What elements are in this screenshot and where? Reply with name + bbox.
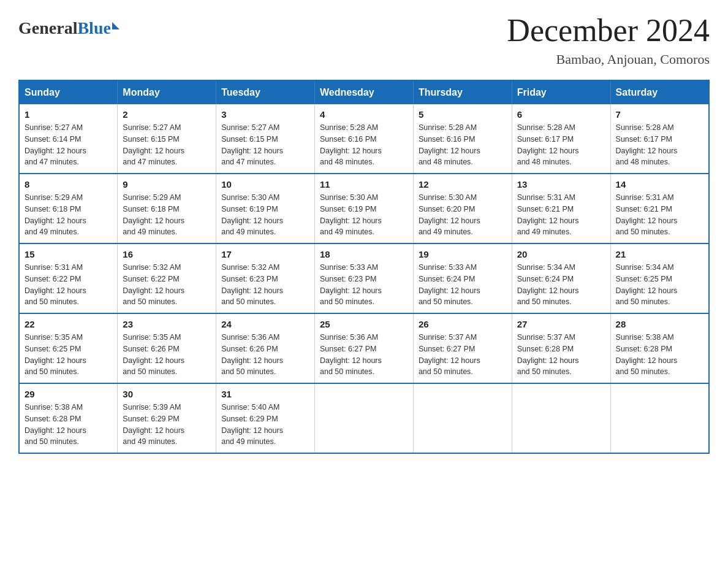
weekday-header-row: SundayMondayTuesdayWednesdayThursdayFrid… — [19, 80, 709, 104]
day-number: 30 — [123, 389, 211, 399]
calendar-cell: 18 Sunrise: 5:33 AM Sunset: 6:23 PM Dayl… — [315, 243, 414, 313]
day-number: 22 — [25, 319, 112, 329]
week-row-1: 1 Sunrise: 5:27 AM Sunset: 6:14 PM Dayli… — [19, 104, 709, 174]
day-info: Sunrise: 5:37 AM Sunset: 6:27 PM Dayligh… — [419, 332, 507, 378]
calendar-cell: 31 Sunrise: 5:40 AM Sunset: 6:29 PM Dayl… — [216, 383, 315, 453]
day-number: 31 — [221, 389, 309, 399]
day-info: Sunrise: 5:35 AM Sunset: 6:26 PM Dayligh… — [123, 332, 211, 378]
day-info: Sunrise: 5:30 AM Sunset: 6:20 PM Dayligh… — [419, 192, 507, 238]
calendar-cell: 13 Sunrise: 5:31 AM Sunset: 6:21 PM Dayl… — [512, 174, 610, 243]
day-info: Sunrise: 5:32 AM Sunset: 6:22 PM Dayligh… — [123, 262, 211, 308]
day-number: 6 — [517, 109, 605, 120]
day-number: 3 — [221, 109, 309, 120]
day-info: Sunrise: 5:38 AM Sunset: 6:28 PM Dayligh… — [25, 402, 112, 448]
day-info: Sunrise: 5:37 AM Sunset: 6:28 PM Dayligh… — [517, 332, 605, 378]
calendar-cell: 9 Sunrise: 5:29 AM Sunset: 6:18 PM Dayli… — [118, 174, 216, 243]
calendar-cell: 15 Sunrise: 5:31 AM Sunset: 6:22 PM Dayl… — [19, 243, 118, 313]
calendar-cell: 20 Sunrise: 5:34 AM Sunset: 6:24 PM Dayl… — [512, 243, 610, 313]
day-number: 4 — [320, 109, 408, 120]
day-number: 17 — [221, 249, 309, 259]
day-number: 28 — [616, 319, 703, 329]
calendar-cell: 14 Sunrise: 5:31 AM Sunset: 6:21 PM Dayl… — [610, 174, 709, 243]
day-number: 18 — [320, 249, 408, 259]
weekday-header-tuesday: Tuesday — [216, 80, 315, 104]
day-number: 7 — [616, 109, 703, 120]
day-number: 2 — [123, 109, 211, 120]
page-header: General Blue December 2024 Bambao, Anjou… — [18, 12, 710, 67]
day-number: 26 — [419, 319, 507, 329]
day-info: Sunrise: 5:31 AM Sunset: 6:21 PM Dayligh… — [517, 192, 605, 238]
calendar-cell: 29 Sunrise: 5:38 AM Sunset: 6:28 PM Dayl… — [19, 383, 118, 453]
week-row-2: 8 Sunrise: 5:29 AM Sunset: 6:18 PM Dayli… — [19, 174, 709, 243]
day-number: 23 — [123, 319, 211, 329]
calendar-cell: 23 Sunrise: 5:35 AM Sunset: 6:26 PM Dayl… — [118, 313, 216, 383]
day-info: Sunrise: 5:27 AM Sunset: 6:15 PM Dayligh… — [123, 122, 211, 168]
day-number: 16 — [123, 249, 211, 259]
calendar-cell: 1 Sunrise: 5:27 AM Sunset: 6:14 PM Dayli… — [19, 104, 118, 174]
week-row-3: 15 Sunrise: 5:31 AM Sunset: 6:22 PM Dayl… — [19, 243, 709, 313]
day-info: Sunrise: 5:30 AM Sunset: 6:19 PM Dayligh… — [320, 192, 408, 238]
calendar-cell: 24 Sunrise: 5:36 AM Sunset: 6:26 PM Dayl… — [216, 313, 315, 383]
calendar-cell: 5 Sunrise: 5:28 AM Sunset: 6:16 PM Dayli… — [413, 104, 512, 174]
day-number: 24 — [221, 319, 309, 329]
calendar-cell: 8 Sunrise: 5:29 AM Sunset: 6:18 PM Dayli… — [19, 174, 118, 243]
week-row-4: 22 Sunrise: 5:35 AM Sunset: 6:25 PM Dayl… — [19, 313, 709, 383]
calendar-cell: 3 Sunrise: 5:27 AM Sunset: 6:15 PM Dayli… — [216, 104, 315, 174]
day-info: Sunrise: 5:35 AM Sunset: 6:25 PM Dayligh… — [25, 332, 112, 378]
calendar-cell: 12 Sunrise: 5:30 AM Sunset: 6:20 PM Dayl… — [413, 174, 512, 243]
calendar-cell: 10 Sunrise: 5:30 AM Sunset: 6:19 PM Dayl… — [216, 174, 315, 243]
calendar-cell: 25 Sunrise: 5:36 AM Sunset: 6:27 PM Dayl… — [315, 313, 414, 383]
day-info: Sunrise: 5:36 AM Sunset: 6:26 PM Dayligh… — [221, 332, 309, 378]
calendar-cell: 7 Sunrise: 5:28 AM Sunset: 6:17 PM Dayli… — [610, 104, 709, 174]
day-number: 29 — [25, 389, 112, 399]
day-number: 21 — [616, 249, 703, 259]
title-area: December 2024 Bambao, Anjouan, Comoros — [507, 12, 710, 67]
weekday-header-monday: Monday — [118, 80, 216, 104]
day-info: Sunrise: 5:27 AM Sunset: 6:14 PM Dayligh… — [25, 122, 112, 168]
day-info: Sunrise: 5:40 AM Sunset: 6:29 PM Dayligh… — [221, 402, 309, 448]
weekday-header-friday: Friday — [512, 80, 610, 104]
day-number: 5 — [419, 109, 507, 120]
day-info: Sunrise: 5:30 AM Sunset: 6:19 PM Dayligh… — [221, 192, 309, 238]
calendar-cell: 4 Sunrise: 5:28 AM Sunset: 6:16 PM Dayli… — [315, 104, 414, 174]
day-info: Sunrise: 5:28 AM Sunset: 6:16 PM Dayligh… — [320, 122, 408, 168]
day-info: Sunrise: 5:33 AM Sunset: 6:23 PM Dayligh… — [320, 262, 408, 308]
day-info: Sunrise: 5:29 AM Sunset: 6:18 PM Dayligh… — [25, 192, 112, 238]
day-number: 19 — [419, 249, 507, 259]
day-info: Sunrise: 5:34 AM Sunset: 6:25 PM Dayligh… — [616, 262, 703, 308]
day-number: 9 — [123, 179, 211, 190]
calendar-table: SundayMondayTuesdayWednesdayThursdayFrid… — [18, 80, 710, 454]
calendar-cell — [610, 383, 709, 453]
day-info: Sunrise: 5:31 AM Sunset: 6:21 PM Dayligh… — [616, 192, 703, 238]
logo: General Blue — [18, 12, 119, 38]
logo-blue-text: Blue — [77, 18, 110, 38]
calendar-cell: 16 Sunrise: 5:32 AM Sunset: 6:22 PM Dayl… — [118, 243, 216, 313]
day-info: Sunrise: 5:28 AM Sunset: 6:16 PM Dayligh… — [419, 122, 507, 168]
page-title: December 2024 — [507, 12, 710, 48]
logo-blue-part: Blue — [77, 18, 119, 38]
calendar-cell: 22 Sunrise: 5:35 AM Sunset: 6:25 PM Dayl… — [19, 313, 118, 383]
day-info: Sunrise: 5:28 AM Sunset: 6:17 PM Dayligh… — [517, 122, 605, 168]
weekday-header-sunday: Sunday — [19, 80, 118, 104]
calendar-cell — [315, 383, 414, 453]
calendar-cell: 19 Sunrise: 5:33 AM Sunset: 6:24 PM Dayl… — [413, 243, 512, 313]
weekday-header-thursday: Thursday — [413, 80, 512, 104]
weekday-header-saturday: Saturday — [610, 80, 709, 104]
day-number: 15 — [25, 249, 112, 259]
day-number: 11 — [320, 179, 408, 190]
calendar-cell: 11 Sunrise: 5:30 AM Sunset: 6:19 PM Dayl… — [315, 174, 414, 243]
day-number: 13 — [517, 179, 605, 190]
calendar-cell: 2 Sunrise: 5:27 AM Sunset: 6:15 PM Dayli… — [118, 104, 216, 174]
day-info: Sunrise: 5:28 AM Sunset: 6:17 PM Dayligh… — [616, 122, 703, 168]
calendar-cell: 21 Sunrise: 5:34 AM Sunset: 6:25 PM Dayl… — [610, 243, 709, 313]
calendar-cell: 27 Sunrise: 5:37 AM Sunset: 6:28 PM Dayl… — [512, 313, 610, 383]
logo-triangle-icon — [112, 22, 119, 29]
calendar-cell — [512, 383, 610, 453]
calendar-cell: 28 Sunrise: 5:38 AM Sunset: 6:28 PM Dayl… — [610, 313, 709, 383]
calendar-cell: 17 Sunrise: 5:32 AM Sunset: 6:23 PM Dayl… — [216, 243, 315, 313]
calendar-cell: 6 Sunrise: 5:28 AM Sunset: 6:17 PM Dayli… — [512, 104, 610, 174]
day-number: 8 — [25, 179, 112, 190]
day-number: 25 — [320, 319, 408, 329]
day-info: Sunrise: 5:33 AM Sunset: 6:24 PM Dayligh… — [419, 262, 507, 308]
day-number: 27 — [517, 319, 605, 329]
